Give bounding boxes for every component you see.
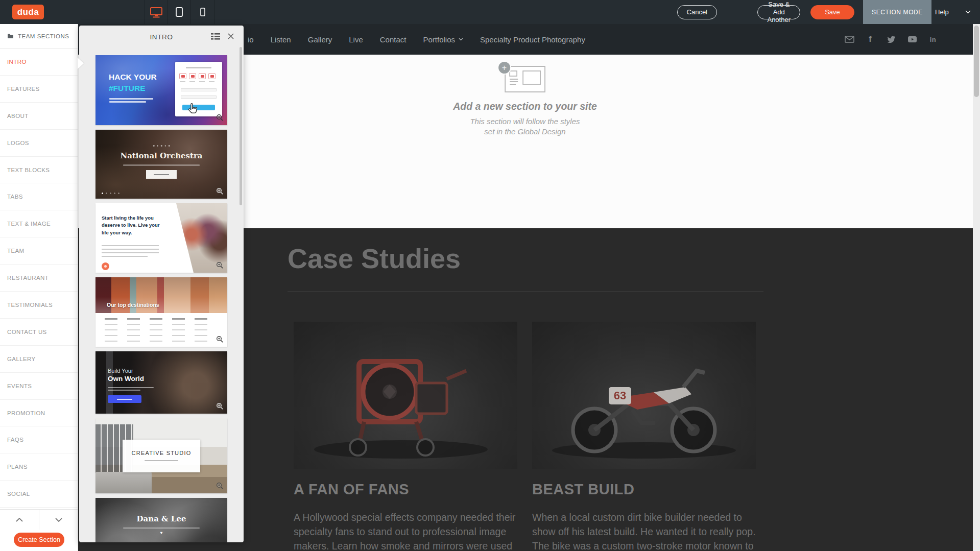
intro-selection-pointer [78, 58, 84, 69]
nav-item-contact[interactable]: Contact [380, 35, 407, 44]
panel-scrollbar-thumb[interactable] [240, 47, 242, 205]
section-mode-badge: SECTION MODE [863, 0, 931, 24]
countdown-preview [179, 73, 216, 79]
save-button[interactable]: Save [810, 5, 854, 19]
add-section-subtitle: This section will follow the styles set … [453, 116, 597, 137]
zoom-preview-icon[interactable] [216, 482, 224, 490]
email-icon[interactable] [844, 34, 854, 44]
zoom-preview-icon[interactable] [216, 261, 224, 269]
thumb-title: Dana & Lee [95, 514, 227, 523]
zoom-preview-icon[interactable] [216, 402, 224, 410]
sidebar-item-restaurant[interactable]: RESTAURANT [0, 265, 78, 292]
sidebar-item-tabs[interactable]: TABS [0, 183, 78, 210]
preview-button [108, 395, 141, 403]
sidebar-item-faqs[interactable]: FAQS [0, 426, 78, 453]
chevron-up-icon [16, 518, 23, 522]
sidebar-item-testimonials[interactable]: TESTIMONIALS [0, 292, 78, 319]
desktop-icon [150, 7, 163, 18]
sidebar-item-plans[interactable]: PLANS [0, 453, 78, 481]
template-list: HACK YOUR #FUTURE [79, 48, 244, 542]
case-study-card-bike[interactable]: 63 BEAST BUILD When a local custom dirt … [532, 322, 756, 551]
youtube-icon[interactable] [907, 34, 917, 44]
save-add-another-button[interactable]: Save & Add Another [757, 5, 800, 19]
add-section-content: + Add a new section to your site This se… [453, 66, 597, 137]
template-thumb-dana-lee[interactable]: Dana & Lee ♥ [95, 498, 227, 542]
twitter-icon[interactable] [886, 34, 896, 44]
nav-item-portfolios-label: Portfolios [423, 35, 455, 44]
heart-icon: ♥ [95, 531, 227, 535]
carousel-dots [102, 193, 119, 194]
sidebar-item-intro[interactable]: INTRO [0, 49, 78, 76]
cancel-button[interactable]: Cancel [677, 5, 717, 19]
panel-header: INTRO [79, 26, 244, 48]
case-study-text: A Hollywood special effects company need… [294, 510, 519, 551]
page-scrollbar-thumb[interactable] [974, 26, 979, 97]
chevron-down-icon [459, 38, 463, 41]
nav-item-portfolios[interactable]: Portfolios [423, 35, 463, 44]
template-thumb-build-world[interactable]: Build Your Own World [95, 351, 227, 414]
template-thumb-orchestra[interactable]: National Orchestra [95, 130, 227, 199]
sidebar-pager [0, 509, 78, 530]
panel-title: INTRO [150, 33, 173, 41]
sidebar-item-contact-us[interactable]: CONTACT US [0, 319, 78, 346]
thumb-title: Build Your [108, 368, 133, 374]
section-wireframe: + [505, 66, 545, 92]
nav-item-specialty[interactable]: Specialty Product Photography [480, 35, 585, 44]
zoom-preview-icon[interactable] [216, 336, 224, 343]
tablet-view-button[interactable] [168, 0, 191, 24]
fan-cart-image [294, 322, 517, 469]
case-study-card-fan[interactable]: A FAN OF FANS A Hollywood special effect… [294, 322, 517, 551]
sidebar-section-list: INTRO FEATURES ABOUT LOGOS TEXT BLOCKS T… [0, 49, 78, 508]
zoom-preview-icon[interactable] [216, 187, 224, 195]
duda-logo[interactable]: duda [12, 5, 44, 19]
template-thumb-hackathon[interactable]: HACK YOUR #FUTURE [95, 55, 227, 125]
close-icon[interactable] [227, 33, 234, 40]
bike-plate-number: 63 [614, 389, 626, 402]
nav-item-live[interactable]: Live [349, 35, 363, 44]
sidebar-item-about[interactable]: ABOUT [0, 103, 78, 130]
sidebar-item-text-blocks[interactable]: TEXT BLOCKS [0, 157, 78, 184]
sidebar-item-events[interactable]: EVENTS [0, 373, 78, 400]
page-scrollbar[interactable] [973, 24, 980, 551]
nav-item-listen[interactable]: Listen [271, 35, 291, 44]
intro-templates-panel: INTRO HACK YOUR #FUTURE [79, 26, 244, 542]
title-card-preview: CREATIVE STUDIO [123, 440, 200, 472]
device-switcher [145, 0, 214, 24]
top-bar: duda Cancel Save & Add [0, 0, 980, 24]
nav-item-gallery[interactable]: Gallery [308, 35, 332, 44]
links-table-preview [105, 318, 217, 346]
sidebar-item-social[interactable]: SOCIAL [0, 481, 78, 508]
linkedin-icon[interactable]: in [928, 34, 938, 44]
add-section-plus-button[interactable]: + [497, 61, 511, 75]
sidebar-item-promotion[interactable]: PROMOTION [0, 400, 78, 427]
template-thumb-lifestyle[interactable]: Start living the life you deserve to liv… [95, 203, 227, 273]
sidebar-item-features[interactable]: FEATURES [0, 76, 78, 103]
preview-button [182, 105, 215, 110]
sidebar-item-text-image[interactable]: TEXT & IMAGE [0, 210, 78, 237]
nav-item-io[interactable]: io [248, 35, 254, 44]
mobile-view-button[interactable] [191, 0, 214, 24]
preview-button [146, 170, 177, 179]
preview-button [102, 262, 109, 270]
facebook-icon[interactable]: f [865, 34, 875, 44]
case-studies-divider [288, 292, 763, 292]
help-label: Help [935, 8, 949, 16]
case-study-title: BEAST BUILD [532, 481, 756, 498]
help-menu[interactable]: Help [935, 0, 971, 24]
sidebar-item-logos[interactable]: LOGOS [0, 130, 78, 157]
desktop-view-button[interactable] [145, 0, 168, 24]
sidebar-item-gallery[interactable]: GALLERY [0, 346, 78, 373]
zoom-preview-icon[interactable] [216, 114, 224, 122]
site-nav-links: io Listen Gallery Live Contact Portfolio… [248, 24, 585, 55]
create-section-button[interactable]: Create Section [14, 533, 64, 547]
sidebar-item-team[interactable]: TEAM [0, 237, 78, 265]
template-thumb-destinations[interactable]: Our top destinations [95, 277, 227, 347]
scroll-up-button[interactable] [0, 510, 39, 530]
layout-grid-icon[interactable] [211, 33, 220, 40]
tablet-icon [176, 7, 183, 17]
signup-card-preview [175, 62, 222, 116]
case-study-title: A FAN OF FANS [294, 481, 517, 498]
thumb-title-accent: #FUTURE [109, 84, 145, 93]
template-thumb-creative-studio[interactable]: CREATIVE STUDIO [95, 418, 227, 493]
scroll-down-button[interactable] [39, 510, 78, 530]
